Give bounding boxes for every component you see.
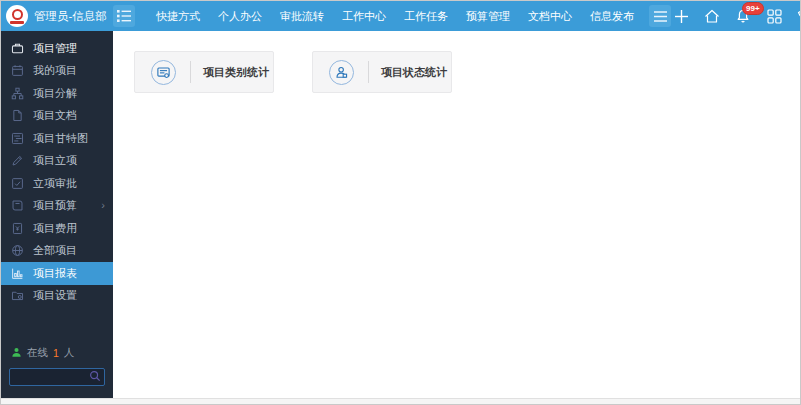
expense-file-icon [11,222,24,235]
topbar: 管理员-信息部 快捷方式 个人办公 审批流转 工作中心 工作任务 预算管理 文档… [1,1,800,31]
shirt-icon [797,9,801,24]
card-divider [368,61,369,83]
sidebar-item-project-documents[interactable]: 项目文档 [1,105,113,128]
body: 项目管理 我的项目 [1,31,800,398]
sidebar-item-project-gantt[interactable]: 项目甘特图 [1,127,113,150]
sidebar-item-initiation-approval[interactable]: 立项审批 [1,172,113,195]
online-user-icon [11,347,22,358]
sidebar-item-label: 项目报表 [33,266,77,281]
sidebar-item-label: 项目设置 [33,288,77,303]
nav-work-center[interactable]: 工作中心 [333,9,395,24]
card-label: 项目类别统计 [203,65,269,80]
document-icon [11,109,24,122]
brand[interactable]: 管理员-信息部 [1,5,113,27]
category-stats-icon [151,60,176,85]
brand-logo-icon [6,5,28,27]
search-icon[interactable] [89,370,101,382]
notifications-button[interactable]: 99+ [733,5,753,27]
sidebar-item-label: 立项审批 [33,176,77,191]
add-button[interactable] [671,5,691,27]
hamburger-icon [654,11,667,22]
sidebar-item-project-budget[interactable]: 项目预算 › [1,195,113,218]
sidebar-item-label: 我的项目 [33,63,77,78]
app-window: 管理员-信息部 快捷方式 个人办公 审批流转 工作中心 工作任务 预算管理 文档… [0,0,801,405]
report-chart-icon [11,267,24,280]
card-project-category-stats[interactable]: 项目类别统计 [134,51,274,93]
sidebar-item-label: 项目分解 [33,86,77,101]
nav-document-center[interactable]: 文档中心 [519,9,581,24]
sidebar-item-label: 项目预算 [33,198,77,213]
sidebar-item-label: 项目费用 [33,221,77,236]
check-square-icon [11,177,24,190]
plus-icon [674,9,689,24]
sidebar-item-label: 项目文档 [33,108,77,123]
sidebar: 项目管理 我的项目 [1,31,113,398]
apps-grid-button[interactable] [764,5,784,27]
sidebar-menu: 项目管理 我的项目 [1,31,113,307]
online-status: 在线 1 人 [1,346,113,360]
sidebar-item-label: 项目管理 [33,41,77,56]
list-icon [117,10,131,22]
briefcase-icon [11,42,24,55]
globe-icon [11,244,24,257]
sidebar-item-all-projects[interactable]: 全部项目 [1,240,113,263]
book-icon [11,199,24,212]
status-stats-icon [329,60,354,85]
sidebar-item-project-management[interactable]: 项目管理 [1,37,113,60]
topbar-actions: 99+ [671,5,801,27]
sidebar-item-label: 全部项目 [33,243,77,258]
grid-icon [767,9,782,24]
notification-badge: 99+ [742,2,764,15]
online-unit: 人 [64,346,75,360]
home-icon [704,9,720,24]
nav-work-tasks[interactable]: 工作任务 [395,9,457,24]
nav-info-publish[interactable]: 信息发布 [581,9,643,24]
chevron-right-icon: › [101,200,105,211]
card-label: 项目状态统计 [381,65,447,80]
list-menu-icon[interactable] [113,5,135,27]
sitemap-icon [11,87,24,100]
settings-folder-icon [11,289,24,302]
sidebar-search [9,367,105,387]
sidebar-item-project-settings[interactable]: 项目设置 [1,285,113,308]
online-label: 在线 [27,346,48,360]
main-content: 项目类别统计 项目状态统计 [113,31,800,398]
sidebar-item-project-expenses[interactable]: 项目费用 [1,217,113,240]
bottom-scrollbar-track[interactable] [1,398,800,405]
brand-title: 管理员-信息部 [34,9,107,24]
theme-button[interactable] [795,5,801,27]
sidebar-item-project-initiation[interactable]: 项目立项 [1,150,113,173]
report-cards: 项目类别统计 项目状态统计 [113,31,800,93]
nav-budget-management[interactable]: 预算管理 [457,9,519,24]
pencil-icon [11,154,24,167]
card-divider [190,61,191,83]
online-count: 1 [53,347,59,359]
home-button[interactable] [702,5,722,27]
sidebar-item-project-reports[interactable]: 项目报表 [1,262,113,285]
nav-approval-flow[interactable]: 审批流转 [271,9,333,24]
card-project-status-stats[interactable]: 项目状态统计 [312,51,452,93]
sidebar-item-my-projects[interactable]: 我的项目 [1,60,113,83]
gantt-chart-icon [11,132,24,145]
sidebar-item-label: 项目立项 [33,153,77,168]
nav-shortcuts[interactable]: 快捷方式 [147,9,209,24]
sidebar-item-label: 项目甘特图 [33,131,88,146]
top-nav: 快捷方式 个人办公 审批流转 工作中心 工作任务 预算管理 文档中心 信息发布 [147,9,643,24]
sidebar-item-project-breakdown[interactable]: 项目分解 [1,82,113,105]
nav-personal-office[interactable]: 个人办公 [209,9,271,24]
sidebar-bottom: 在线 1 人 [1,346,113,399]
calendar-icon [11,64,24,77]
hamburger-menu-icon[interactable] [649,5,671,27]
